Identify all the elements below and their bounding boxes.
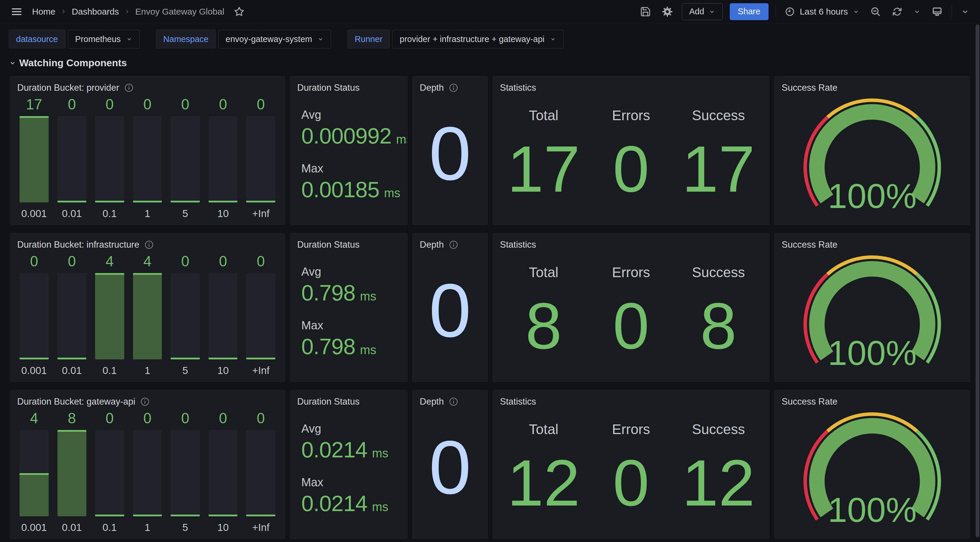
bar-value-label: 4 <box>133 253 162 270</box>
bar-fill <box>208 358 238 359</box>
namespace-filter-value[interactable]: envoy-gateway-system <box>218 30 331 48</box>
row-collapse-header[interactable]: Watching Components <box>9 57 971 69</box>
info-icon[interactable] <box>140 397 150 406</box>
panel-title[interactable]: Success Rate <box>782 397 837 407</box>
kiosk-mode-button[interactable] <box>929 4 945 19</box>
stat-value: 0 <box>613 119 649 219</box>
stat-errors: Errors0 <box>587 107 675 219</box>
chevron-down-icon <box>550 36 556 42</box>
max-value: 0.00185 <box>301 177 379 202</box>
breadcrumb-home[interactable]: Home <box>32 7 56 17</box>
bar-fill <box>133 515 162 516</box>
zoom-out-time-button[interactable] <box>868 4 883 19</box>
bucket-label: 0.1 <box>95 516 124 533</box>
panel-title[interactable]: Statistics <box>500 83 536 93</box>
max-unit: ms <box>372 500 388 514</box>
gauge-value-label: 100% <box>828 177 917 215</box>
info-icon[interactable] <box>449 83 458 93</box>
bar-fill <box>208 515 238 516</box>
save-dashboard-button[interactable] <box>638 4 653 19</box>
bar-track <box>19 273 49 359</box>
panel-title[interactable]: Duration Status <box>297 239 360 250</box>
bar-fill <box>57 201 87 202</box>
bar-fill <box>171 515 200 516</box>
filter-datasource: datasource Prometheus <box>9 30 140 48</box>
success-rate-gauge: 100% <box>782 252 963 376</box>
bar-value-label: 0 <box>208 410 238 427</box>
gauge-body: 100% <box>782 252 963 376</box>
panel-title[interactable]: Duration Bucket: gateway-api <box>17 397 135 407</box>
panel-title[interactable]: Success Rate <box>782 239 837 250</box>
bucket-bar: 80.01 <box>57 410 87 533</box>
bar-track <box>133 430 162 516</box>
runner-filter-value[interactable]: provider + infrastructure + gateway-api <box>392 30 563 48</box>
bar-fill <box>95 515 124 516</box>
bar-value-label: 0 <box>57 96 87 113</box>
share-button[interactable]: Share <box>730 3 768 20</box>
bar-fill <box>19 473 49 516</box>
info-icon[interactable] <box>449 240 458 250</box>
duration-bucket-panel: Duration Bucket: provider 170.00100.0100… <box>10 76 285 225</box>
stat-value: 8 <box>525 276 562 376</box>
bar-fill <box>246 201 275 202</box>
collapse-toolbar-button[interactable] <box>959 6 971 18</box>
save-icon <box>640 6 651 17</box>
panel-title[interactable]: Duration Status <box>297 397 360 407</box>
panel-title[interactable]: Duration Bucket: provider <box>17 83 119 93</box>
statistics-panel: Statistics Total12 Errors0 Success12 <box>493 390 769 539</box>
page-scrollbar-thumb[interactable] <box>975 24 979 537</box>
bar-track <box>208 116 238 202</box>
panel-title[interactable]: Success Rate <box>782 83 837 93</box>
stat-total: Total8 <box>500 264 587 376</box>
bar-fill <box>171 358 200 359</box>
bar-value-label: 4 <box>95 253 124 270</box>
stat-value: 12 <box>682 433 755 533</box>
bar-value-label: 0 <box>171 410 200 427</box>
stat-errors: Errors0 <box>587 421 675 533</box>
bar-track <box>95 116 124 202</box>
refresh-dashboard-button[interactable] <box>890 4 904 19</box>
bar-track <box>95 430 124 516</box>
info-icon[interactable] <box>449 397 458 406</box>
time-range-picker[interactable]: Last 6 hours <box>783 6 861 17</box>
dashboard-settings-button[interactable] <box>660 4 675 19</box>
bar-value-label: 0 <box>95 410 124 427</box>
max-label: Max <box>301 319 400 332</box>
chevron-down-icon <box>853 8 859 15</box>
statistics-body: Total17 Errors0 Success17 <box>500 94 762 219</box>
bucket-label: 5 <box>171 202 200 219</box>
stat-success: Success8 <box>675 264 762 376</box>
stat-value: 0 <box>613 276 649 376</box>
info-icon[interactable] <box>124 83 134 93</box>
bar-fill <box>95 201 124 202</box>
bar-fill <box>19 116 49 202</box>
breadcrumb-dashboards[interactable]: Dashboards <box>72 7 119 17</box>
bucket-bar: 00.01 <box>57 253 87 376</box>
panel-title[interactable]: Depth <box>420 239 444 250</box>
success-rate-gauge: 100% <box>782 408 963 533</box>
bar-value-label: 0 <box>171 96 200 113</box>
dashboard-variables-row: datasource Prometheus Namespace envoy-ga… <box>0 23 980 48</box>
favorite-star-button[interactable] <box>232 4 247 19</box>
panel-title[interactable]: Duration Status <box>297 83 360 93</box>
datasource-filter-label: datasource <box>9 30 65 48</box>
panel-title[interactable]: Statistics <box>500 239 536 250</box>
duration-status-panel: Duration Status Avg 0.798ms Max 0.798ms <box>290 233 407 382</box>
stat-value: 17 <box>682 119 755 219</box>
panel-title[interactable]: Depth <box>420 83 444 93</box>
panel-title[interactable]: Duration Bucket: infrastructure <box>17 239 139 250</box>
menu-toggle-button[interactable] <box>9 4 24 19</box>
add-button[interactable]: Add <box>682 3 723 20</box>
bar-value-label: 0 <box>95 96 124 113</box>
bar-track <box>57 116 87 202</box>
bar-track <box>171 273 200 359</box>
stat-success: Success17 <box>675 107 762 219</box>
chevron-down-icon <box>317 36 324 42</box>
info-icon[interactable] <box>144 240 154 250</box>
panel-title[interactable]: Statistics <box>500 397 536 407</box>
success-rate-gauge: 100% <box>782 94 963 219</box>
refresh-interval-button[interactable] <box>912 6 923 17</box>
bar-track <box>246 430 275 516</box>
panel-title[interactable]: Depth <box>420 397 444 407</box>
datasource-filter-value[interactable]: Prometheus <box>68 30 140 48</box>
